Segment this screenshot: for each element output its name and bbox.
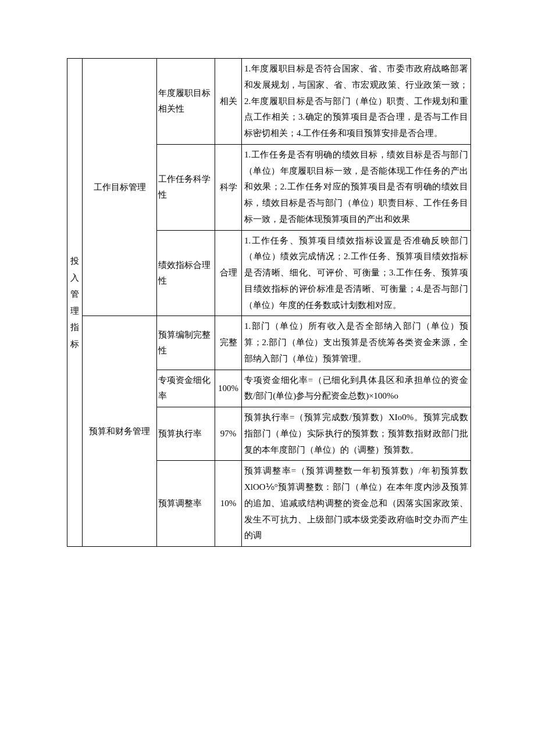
col5-description: 1.年度履职目标是否符合国家、省、市委市政府战略部署和发展规划，与国家、省、市宏… — [242, 59, 471, 145]
table-row: 预算和财务管理预算编制完整性完整1.部门（单位）所有收入是否全部纳入部门（单位）… — [67, 316, 471, 370]
indicator-table: 投入管理指标工作目标管理年度履职目标相关性相关1.年度履职目标是否符合国家、省、… — [67, 58, 471, 547]
col5-description: 专项资金细化率=（已细化到具体县区和承担单位的资金数/部门(单位)参与分配资金总… — [242, 370, 471, 407]
col4-target: 10% — [215, 461, 242, 547]
col4-target: 合理 — [215, 230, 242, 316]
col5-description: 预算调整率=（预算调整数一年初预算数）/年初预算数 XlOO⅟₀°预算调整数：部… — [242, 461, 471, 547]
col3-indicator: 绩效指标合理性 — [157, 230, 215, 316]
col3-indicator: 预算编制完整性 — [157, 316, 215, 370]
col3-indicator: 工作任务科学性 — [157, 144, 215, 230]
col4-target: 完整 — [215, 316, 242, 370]
col2-category: 预算和财务管理 — [83, 316, 157, 547]
col4-target: 97% — [215, 407, 242, 461]
col3-indicator: 预算调整率 — [157, 461, 215, 547]
col5-description: 1.部门（单位）所有收入是否全部纳入部门（单位）预算；2.部门（单位）支出预算是… — [242, 316, 471, 370]
col3-indicator: 年度履职目标相关性 — [157, 59, 215, 145]
col1-group: 投入管理指标 — [67, 59, 83, 547]
col3-indicator: 专项资金细化率 — [157, 370, 215, 407]
col3-indicator: 预算执行率 — [157, 407, 215, 461]
table-row: 投入管理指标工作目标管理年度履职目标相关性相关1.年度履职目标是否符合国家、省、… — [67, 59, 471, 145]
col4-target: 相关 — [215, 59, 242, 145]
col5-description: 预算执行率=（预算完成数/预算数）XIo0%。预算完成数指部门（单位）实际执行的… — [242, 407, 471, 461]
col5-description: 1.工作任务是否有明确的绩效目标，绩效目标是否与部门（单位）年度履职目标一致，是… — [242, 144, 471, 230]
col4-target: 科学 — [215, 144, 242, 230]
col5-description: 1.工作任务、预算项目绩效指标设置是否准确反映部门（单位）绩效完成情况；2.工作… — [242, 230, 471, 316]
col4-target: 100% — [215, 370, 242, 407]
col2-category: 工作目标管理 — [83, 59, 157, 316]
